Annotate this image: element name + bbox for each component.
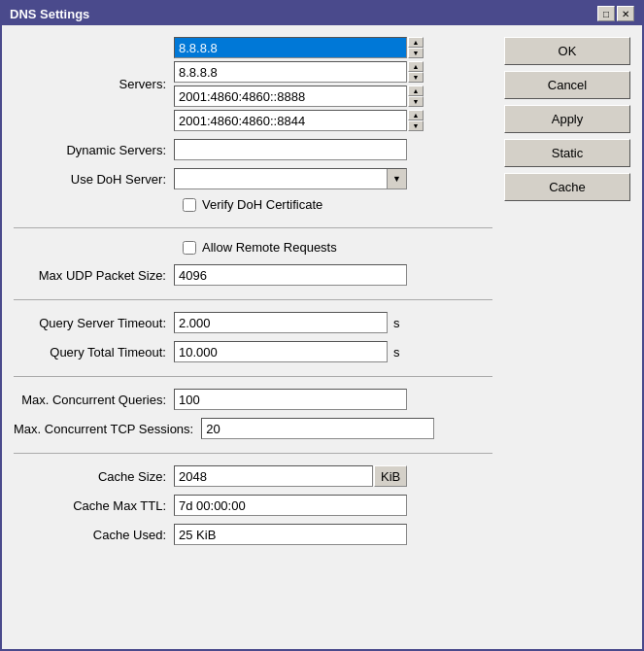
max-concurrent-tcp-row: Max. Concurrent TCP Sessions: — [14, 418, 492, 439]
servers-row: Servers: ▲ ▼ ▲ ▼ — [14, 37, 492, 131]
server2-input[interactable] — [174, 61, 407, 83]
server2-spin: ▲ ▼ — [408, 61, 424, 83]
server1-spin-up[interactable]: ▲ — [408, 37, 424, 48]
title-bar: DNS Settings □ ✕ — [2, 2, 642, 25]
separator-3 — [14, 376, 492, 377]
server2-spin-up[interactable]: ▲ — [408, 61, 424, 72]
cache-max-ttl-label: Cache Max TTL: — [14, 498, 174, 513]
max-concurrent-queries-label: Max. Concurrent Queries: — [14, 393, 174, 407]
server4-spin: ▲ ▼ — [408, 110, 424, 131]
server3-spin: ▲ ▼ — [408, 86, 424, 107]
server1-spin-down[interactable]: ▼ — [408, 48, 424, 58]
dns-settings-window: DNS Settings □ ✕ Servers: ▲ ▼ — [0, 0, 644, 651]
server4-group: ▲ ▼ — [174, 110, 424, 131]
ok-button[interactable]: OK — [504, 37, 630, 65]
doh-server-input[interactable] — [175, 170, 387, 188]
server2-spin-down[interactable]: ▼ — [408, 72, 424, 83]
server3-spin-down[interactable]: ▼ — [408, 96, 424, 107]
allow-remote-row: Allow Remote Requests — [183, 240, 492, 255]
main-panel: Servers: ▲ ▼ ▲ ▼ — [14, 37, 492, 637]
max-udp-input[interactable] — [174, 264, 407, 286]
separator-2 — [14, 299, 492, 300]
close-button[interactable]: ✕ — [617, 6, 634, 21]
max-udp-row: Max UDP Packet Size: — [14, 264, 492, 286]
servers-group: ▲ ▼ ▲ ▼ ▲ — [174, 37, 424, 131]
server4-spin-up[interactable]: ▲ — [408, 110, 424, 120]
static-button[interactable]: Static — [504, 139, 630, 167]
allow-remote-label: Allow Remote Requests — [202, 240, 337, 255]
verify-doh-label: Verify DoH Certificate — [202, 197, 322, 212]
max-concurrent-queries-input[interactable] — [174, 389, 407, 410]
cache-used-label: Cache Used: — [14, 528, 174, 542]
doh-server-dropdown[interactable]: ▼ — [174, 168, 407, 189]
kib-label: KiB — [374, 465, 407, 487]
separator-4 — [14, 453, 492, 454]
query-server-timeout-input[interactable] — [174, 312, 388, 333]
separator-1 — [14, 227, 492, 228]
cancel-button[interactable]: Cancel — [504, 71, 630, 99]
cache-button[interactable]: Cache — [504, 173, 630, 201]
doh-server-row: Use DoH Server: ▼ — [14, 168, 492, 189]
query-server-timeout-row: Query Server Timeout: s — [14, 312, 492, 333]
max-concurrent-tcp-input[interactable] — [201, 418, 434, 439]
doh-dropdown-arrow[interactable]: ▼ — [387, 169, 406, 188]
title-bar-controls: □ ✕ — [597, 6, 634, 21]
server1-spin: ▲ ▼ — [408, 37, 424, 58]
query-total-timeout-unit: s — [393, 345, 400, 360]
dynamic-servers-row: Dynamic Servers: — [14, 139, 492, 160]
server3-spin-up[interactable]: ▲ — [408, 86, 424, 96]
server3-input[interactable] — [174, 86, 407, 107]
verify-doh-row: Verify DoH Certificate — [183, 197, 492, 212]
cache-size-row: Cache Size: KiB — [14, 465, 492, 487]
allow-remote-checkbox[interactable] — [183, 241, 196, 255]
query-server-timeout-unit: s — [393, 316, 400, 330]
dynamic-servers-label: Dynamic Servers: — [14, 143, 174, 157]
query-total-timeout-row: Query Total Timeout: s — [14, 341, 492, 362]
cache-used-row: Cache Used: — [14, 524, 492, 545]
verify-doh-checkbox[interactable] — [183, 198, 196, 212]
server4-input[interactable] — [174, 110, 407, 131]
cache-max-ttl-row: Cache Max TTL: — [14, 495, 492, 516]
max-udp-label: Max UDP Packet Size: — [14, 268, 174, 283]
max-concurrent-tcp-label: Max. Concurrent TCP Sessions: — [14, 422, 201, 436]
server2-group: ▲ ▼ — [174, 61, 424, 83]
cache-size-label: Cache Size: — [14, 469, 174, 484]
server1-group: ▲ ▼ — [174, 37, 424, 58]
server1-input[interactable] — [174, 37, 407, 58]
window-title: DNS Settings — [10, 7, 89, 21]
servers-label: Servers: — [14, 77, 174, 91]
server4-spin-down[interactable]: ▼ — [408, 120, 424, 131]
dynamic-servers-input[interactable] — [174, 139, 407, 160]
maximize-button[interactable]: □ — [597, 6, 615, 21]
cache-size-input[interactable] — [174, 465, 373, 487]
server3-group: ▲ ▼ — [174, 86, 424, 107]
query-total-timeout-label: Query Total Timeout: — [14, 345, 174, 360]
query-server-timeout-label: Query Server Timeout: — [14, 316, 174, 330]
apply-button[interactable]: Apply — [504, 105, 630, 133]
max-concurrent-queries-row: Max. Concurrent Queries: — [14, 389, 492, 410]
query-total-timeout-input[interactable] — [174, 341, 388, 362]
cache-max-ttl-input[interactable] — [174, 495, 407, 516]
side-panel: OK Cancel Apply Static Cache — [504, 37, 630, 637]
doh-server-label: Use DoH Server: — [14, 172, 174, 187]
cache-used-input[interactable] — [174, 524, 407, 545]
